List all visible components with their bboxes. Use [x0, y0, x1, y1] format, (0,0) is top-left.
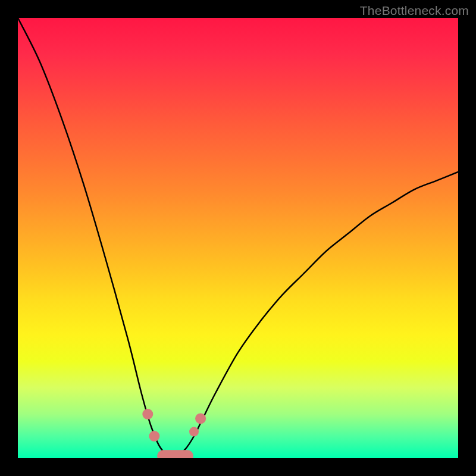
highlight-dot — [142, 409, 153, 419]
bottleneck-curve — [18, 18, 458, 458]
chart-frame: TheBottleneck.com — [0, 0, 476, 476]
highlight-dot — [189, 427, 199, 437]
bottleneck-curve-path — [18, 18, 458, 458]
watermark-text: TheBottleneck.com — [360, 4, 469, 18]
highlight-dot — [195, 413, 206, 424]
highlight-dot — [149, 431, 159, 441]
plot-area — [18, 18, 458, 458]
